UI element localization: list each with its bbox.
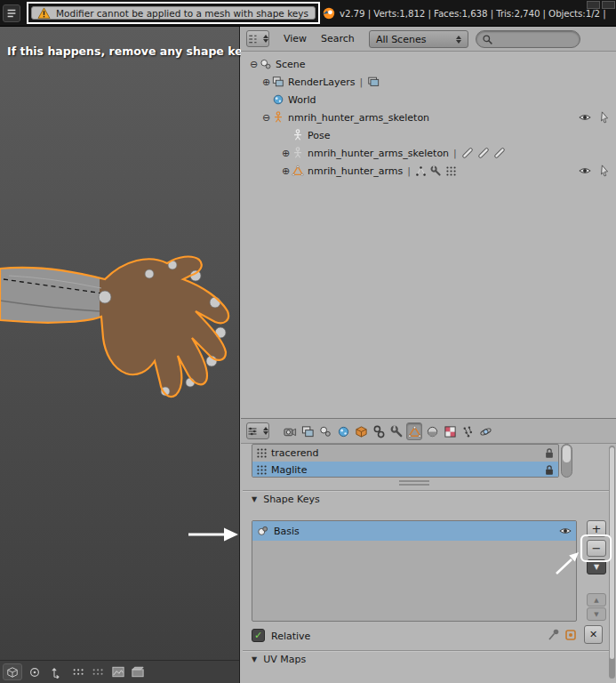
scene-statistics: v2.79 | Verts:1,812 | Faces:1,638 | Tris…	[340, 8, 606, 19]
vertex-groups-scrollbar[interactable]	[561, 444, 572, 478]
shape-key-row-basis[interactable]: Basis	[252, 521, 576, 541]
disclosure-open-icon[interactable]: ⊖	[248, 59, 260, 70]
disclosure-open-icon[interactable]: ⊖	[260, 112, 272, 124]
cursor-select-icon[interactable]	[598, 165, 611, 177]
outliner-row-armature-data[interactable]: ⊕ nmrih_hunter_arms_skeleton |	[241, 144, 616, 162]
outliner-row-armature-object[interactable]: ⊖ nmrih_hunter_arms_skeleton	[241, 108, 616, 126]
tab-texture[interactable]	[442, 422, 458, 440]
info-editor-icon	[5, 7, 18, 20]
list-resize-grip[interactable]	[399, 480, 429, 486]
eye-icon[interactable]	[559, 525, 572, 537]
outliner-row-renderlayers[interactable]: ⊕ RenderLayers |	[241, 73, 616, 91]
editor-type-button-info[interactable]	[3, 4, 20, 22]
outliner-row-world[interactable]: World	[241, 91, 616, 108]
dropdown-arrows-icon	[456, 36, 461, 44]
outliner-row-scene[interactable]: ⊖ Scene	[241, 55, 616, 73]
viewport-footer	[0, 660, 239, 683]
outliner-search-input[interactable]	[476, 30, 580, 48]
bone-icon[interactable]	[493, 147, 506, 159]
tree-separator: |	[407, 165, 411, 177]
warning-report[interactable]: Modifier cannot be applied to a mesh wit…	[31, 6, 316, 20]
relative-label: Relative	[271, 631, 310, 642]
shape-key-icon	[257, 525, 269, 537]
shape-key-add-button[interactable]: +	[587, 520, 606, 537]
properties-scrollbar[interactable]	[609, 446, 615, 679]
vertex-data-icon[interactable]	[415, 165, 427, 177]
pin-icon[interactable]	[547, 628, 561, 642]
info-bar: Modifier cannot be applied to a mesh wit…	[0, 0, 616, 27]
scrollbar-thumb[interactable]	[563, 446, 571, 462]
disclosure-closed-icon[interactable]: ⊕	[280, 165, 292, 177]
tab-object[interactable]	[353, 422, 369, 440]
properties-editor: tracerend Maglite	[241, 418, 616, 683]
cursor-select-icon[interactable]	[598, 111, 611, 124]
scrollbar-thumb[interactable]	[610, 447, 614, 659]
panel-expand-icon[interactable]: ▼	[252, 655, 257, 663]
editor-type-button-properties[interactable]	[246, 422, 269, 439]
outliner-row-mesh-object[interactable]: ⊕ nmrih_hunter_arms |	[241, 162, 616, 180]
vertex-group-icon[interactable]	[445, 165, 457, 177]
down-arrow-icon: ▼	[594, 611, 598, 618]
outliner-editor-icon	[247, 34, 258, 44]
tree-label: nmrih_hunter_arms_skeleton	[288, 112, 429, 124]
menu-view[interactable]: View	[284, 33, 307, 44]
layers-grid-icon[interactable]	[71, 664, 86, 679]
tab-world[interactable]	[335, 422, 351, 440]
layers-grid-icon-2[interactable]	[91, 664, 106, 679]
uv-maps-panel-header[interactable]: ▼ UV Maps	[252, 654, 306, 665]
specials-menu-icon: ▼	[594, 563, 599, 571]
render-animation-icon[interactable]	[130, 664, 145, 679]
disclosure-closed-icon[interactable]: ⊕	[280, 148, 292, 159]
vertex-group-name: Maglite	[271, 464, 307, 476]
shape-key-specials-button[interactable]: ▼	[587, 559, 606, 575]
shape-key-move-up-button[interactable]: ▲	[587, 593, 606, 607]
tab-render[interactable]	[282, 422, 298, 440]
tree-label: Scene	[276, 59, 306, 70]
tab-constraints[interactable]	[371, 422, 387, 440]
mesh-icon	[292, 165, 304, 177]
wrench-icon[interactable]	[430, 165, 442, 177]
shape-keys-panel-header[interactable]: ▼ Shape Keys	[252, 494, 320, 505]
viewport-editor-icon	[6, 666, 19, 679]
disclosure-closed-icon[interactable]: ⊕	[260, 76, 272, 88]
outliner-header: View Search All Scenes	[241, 27, 616, 52]
vertex-group-row[interactable]: tracerend	[252, 445, 558, 462]
shape-keys-panel-title: Shape Keys	[263, 494, 320, 505]
eye-icon[interactable]	[579, 111, 591, 124]
pivot-point-icon[interactable]	[27, 664, 42, 679]
tree-label: World	[288, 94, 316, 106]
bone-icon[interactable]	[477, 147, 490, 159]
tab-scene[interactable]	[317, 422, 333, 440]
uv-maps-panel-title: UV Maps	[263, 654, 306, 665]
shape-key-move-down-button[interactable]: ▼	[587, 607, 606, 621]
tab-render-layers[interactable]	[300, 422, 316, 440]
display-mode-dropdown[interactable]: All Scenes	[369, 30, 468, 48]
viewport-3d[interactable]: If this happens, remove any shape keys	[0, 27, 240, 683]
outliner-row-pose[interactable]: Pose	[241, 126, 616, 144]
clear-shape-keys-button[interactable]: ✕	[584, 625, 603, 644]
editor-type-button-outliner[interactable]	[246, 30, 269, 47]
relative-checkbox[interactable]: ✓	[252, 629, 265, 642]
area-corner-widget[interactable]	[602, 1, 615, 9]
lock-icon[interactable]	[544, 464, 555, 476]
editor-type-button-viewport[interactable]	[3, 663, 22, 680]
tab-material[interactable]	[424, 422, 440, 440]
panel-expand-icon[interactable]: ▼	[252, 495, 257, 503]
tab-particles[interactable]	[460, 422, 476, 440]
bone-icon[interactable]	[461, 147, 474, 159]
vertex-group-icon	[256, 464, 268, 476]
up-arrow-icon: ▲	[594, 597, 598, 604]
tab-physics[interactable]	[477, 422, 493, 440]
lock-icon[interactable]	[544, 447, 555, 459]
tab-object-data[interactable]	[406, 422, 422, 440]
area-corner-widget[interactable]	[587, 1, 600, 9]
shape-key-remove-button[interactable]: −	[587, 540, 606, 557]
vertex-group-row-selected[interactable]: Maglite	[252, 462, 558, 478]
manipulator-icon[interactable]	[46, 664, 61, 679]
armature-data-icon	[292, 147, 304, 159]
eye-icon[interactable]	[579, 165, 591, 177]
menu-search[interactable]: Search	[321, 33, 355, 44]
tab-modifiers[interactable]	[388, 422, 404, 440]
shape-edit-mode-icon[interactable]	[564, 628, 578, 642]
render-image-icon[interactable]	[110, 664, 125, 679]
